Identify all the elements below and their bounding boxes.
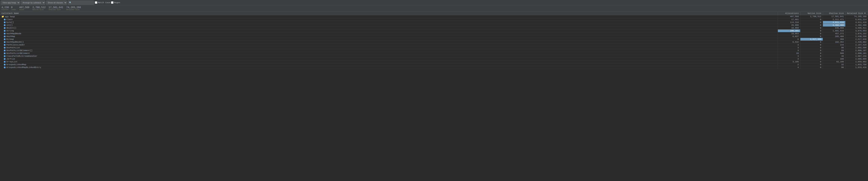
- table-row[interactable]: CGroupedLinkedMap$LinkedEntry40961,833,4…: [0, 66, 868, 69]
- row-retained-size: 2,059,802: [845, 60, 868, 63]
- row-name: ArrayList: [6, 61, 18, 63]
- view-heap-select[interactable]: View app heap: [1, 1, 20, 5]
- col-native-size[interactable]: Native Size: [800, 12, 823, 15]
- row-shallow-size: 4,911,410: [823, 21, 845, 24]
- table-row[interactable]: CString100,10101,601,6163,076,653: [0, 29, 868, 32]
- row-allocations: 26,998: [778, 24, 800, 27]
- row-allocations: 17,601: [778, 18, 800, 21]
- table-row[interactable]: CClassPathURLStreamHandler30482,087,156: [0, 55, 868, 58]
- table-row[interactable]: CClass17,60102,311,4715,031,214: [0, 18, 868, 21]
- table-row[interactable]: CDexPathList$Element2005002,090,101: [0, 52, 868, 55]
- row-shallow-size: 2,311,471: [823, 18, 845, 21]
- class-icon: C: [4, 41, 6, 43]
- table-row[interactable]: Cbyte[]114,31004,911,4104,911,410: [0, 21, 868, 24]
- arrange-select[interactable]: Arrange by callstack: [21, 1, 45, 5]
- row-name: Class: [6, 19, 12, 21]
- retained-size-label: Retained Size: [66, 9, 80, 11]
- class-icon: C: [4, 19, 6, 21]
- row-retained-size: 2,086,809: [845, 58, 868, 60]
- table-row[interactable]: CHashMap6,6370265,4802,630,596: [0, 35, 868, 38]
- stat-retained-size: 74,265,268 Retained Size: [66, 6, 81, 11]
- class-icon: C: [4, 64, 6, 65]
- row-name: int[]: [6, 24, 12, 26]
- row-retained-size: 3,076,653: [845, 29, 868, 32]
- row-native-size: 0: [800, 21, 823, 24]
- row-shallow-size: 144: [823, 43, 845, 46]
- table-row[interactable]: 📁app heap407,5682,708,51217,501,64174,26…: [0, 15, 868, 18]
- table-row[interactable]: CDexPathList$Element[]30802,090,187: [0, 49, 868, 52]
- row-allocations: 407,568: [778, 15, 800, 18]
- row-native-size: 0: [800, 66, 823, 69]
- classes-value: 4,230: [1, 6, 9, 9]
- table-row[interactable]: CGroupedLinkedMap20321,833,756: [0, 63, 868, 66]
- table-row[interactable]: CDexPathList30962,092,596: [0, 47, 868, 49]
- row-name: PathClassLoader: [6, 44, 25, 46]
- row-shallow-size: 48: [823, 55, 845, 57]
- row-native-size: 0: [800, 55, 823, 57]
- match-case-text: Match Case: [98, 1, 110, 4]
- class-icon: C: [4, 35, 6, 37]
- data-rows: 📁app heap407,5682,708,51217,501,64174,26…: [0, 15, 868, 69]
- table-row[interactable]: Cint[]26,99804,482,4084,482,408: [0, 24, 868, 27]
- table-row[interactable]: CHashMap$Node[]6,5320182,3522,426,802: [0, 41, 868, 43]
- stat-shallow-size: 17,501,641 Shallow Size: [49, 6, 63, 11]
- classes-label: Classes: [1, 9, 9, 11]
- row-allocations: 20: [778, 52, 800, 55]
- table-row[interactable]: CPathClassLoader301442,167,429: [0, 43, 868, 47]
- col-name[interactable]: Callstack Name: [0, 12, 778, 15]
- class-icon: C: [4, 33, 6, 34]
- row-allocations: 100,101: [778, 29, 800, 32]
- stats-bar: 4,230 Classes 0 Leaks 407,568 Count 2,70…: [0, 5, 868, 12]
- table-row[interactable]: CObject[]18,8690645,0083,596,411: [0, 27, 868, 29]
- col-allocations[interactable]: Allocations: [778, 12, 800, 15]
- row-name: String: [6, 30, 14, 32]
- row-allocations: 6,532: [778, 41, 800, 43]
- class-icon: C: [4, 44, 6, 46]
- row-name: Bitmap: [6, 38, 14, 40]
- row-name: GroupedLinkedMap$LinkedEntry: [6, 66, 41, 68]
- row-allocations: 3: [778, 49, 800, 52]
- match-case-label[interactable]: Match Case: [95, 1, 110, 4]
- row-shallow-size: 96: [823, 66, 845, 69]
- col-shallow-size[interactable]: Shallow Size: [823, 12, 845, 15]
- row-native-size: 0: [800, 24, 823, 27]
- stat-count: 407,568 Count: [19, 6, 30, 11]
- row-shallow-size: 96: [823, 47, 845, 49]
- row-shallow-size: 32: [823, 63, 845, 66]
- row-retained-size: 74,265,268: [845, 15, 868, 18]
- class-icon: C: [4, 38, 6, 40]
- class-icon: C: [4, 66, 6, 68]
- row-shallow-size: 4,482,408: [823, 24, 845, 27]
- shallow-size-value: 17,501,641: [49, 6, 63, 9]
- search-input[interactable]: [68, 1, 94, 5]
- row-native-size: 0: [800, 60, 823, 63]
- col-retained-size[interactable]: Retained Size ▼: [845, 12, 868, 15]
- leaks-value: 0: [11, 6, 12, 9]
- class-icon: C: [4, 61, 6, 63]
- app-toolbar: View app heap Arrange by callstack Show …: [0, 0, 868, 12]
- regex-label[interactable]: Regex: [111, 1, 120, 4]
- row-retained-size: 2,617,848: [845, 38, 868, 40]
- stat-native-size: 2,708,512 Native Size: [32, 6, 45, 11]
- row-name: DexPathList$Element: [6, 52, 30, 55]
- row-retained-size: 4,911,410: [845, 21, 868, 24]
- row-name: HashMap$Node[]: [6, 41, 24, 43]
- table-row[interactable]: CHashMap$Node19,0530457,2722,876,152: [0, 32, 868, 35]
- row-retained-size: 5,031,214: [845, 18, 868, 21]
- table-row[interactable]: CArrayList3,105062,1002,059,802: [0, 60, 868, 63]
- row-native-size: 0: [800, 43, 823, 46]
- row-shallow-size: 457,272: [823, 32, 845, 35]
- class-icon: C: [4, 24, 6, 26]
- row-shallow-size: 1,601,616: [823, 29, 845, 32]
- match-case-checkbox[interactable]: [95, 1, 97, 4]
- table-container: Callstack Name Allocations Native Size S…: [0, 12, 868, 181]
- regex-checkbox[interactable]: [111, 1, 114, 4]
- toolbar-bar: View app heap Arrange by callstack Show …: [0, 0, 868, 5]
- row-name: HashMap: [6, 35, 15, 37]
- table-row[interactable]: CJarFile301862,086,809: [0, 58, 868, 60]
- row-shallow-size: 17,501,641: [823, 15, 845, 18]
- table-row[interactable]: CBitmap82,617,4803682,617,848: [0, 38, 868, 41]
- row-shallow-size: 80: [823, 49, 845, 52]
- show-classes-select[interactable]: Show all classes: [46, 1, 67, 5]
- row-shallow-size: 182,352: [823, 41, 845, 43]
